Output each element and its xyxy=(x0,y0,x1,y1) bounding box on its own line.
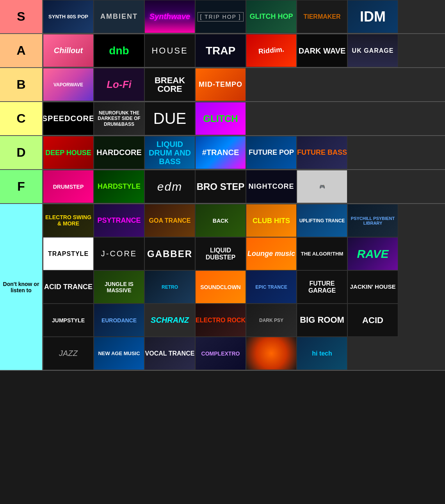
genre-riddim[interactable]: Riddim. xyxy=(246,34,297,67)
genre-dub[interactable]: DUE xyxy=(144,102,195,135)
genre-psychill[interactable]: PSYCHILL PSYBIENT LIBRARY xyxy=(347,204,398,237)
genre-label-future-garage: FUTURE GARAGE xyxy=(297,280,347,294)
genre-jumpstyle[interactable]: Jumpstyle xyxy=(43,304,94,337)
genre-trap[interactable]: TRAP xyxy=(195,34,246,67)
genre-label-liquid-dubstep: LIQUID DUBSTEP xyxy=(196,247,246,261)
genre-vaporwave[interactable]: VAPORWAVE xyxy=(43,68,94,101)
genre-future-garage[interactable]: FUTURE GARAGE xyxy=(297,270,347,304)
genre-gabber[interactable]: GABBER xyxy=(144,237,195,270)
genre-chillout[interactable]: Chillout xyxy=(43,34,94,67)
genre-neurofunk[interactable]: Neurofunk THE DARKEST SIDE OF DRUM&BASS xyxy=(94,102,144,135)
genre-rave[interactable]: RAVE xyxy=(347,237,398,270)
genre-label-algorithm: THE ALGOR!THM xyxy=(301,251,344,257)
genre-jazz[interactable]: JAZZ xyxy=(43,337,94,370)
genre-label-rave: RAVE xyxy=(357,247,388,261)
genre-nightcore[interactable]: NIGHTCORE xyxy=(246,170,297,203)
genre-complextro[interactable]: COMPLEXTRO xyxy=(195,337,246,370)
genre-synth-pop[interactable]: SYNTH 80s POP xyxy=(43,0,94,33)
genre-label-vaporwave: VAPORWAVE xyxy=(53,82,83,88)
genre-glitch-hop[interactable]: GLITCH HOP xyxy=(246,0,297,33)
genre-uk-garage[interactable]: UK GARAGE xyxy=(347,34,398,67)
genre-electro-rock[interactable]: ELECTRO ROCK xyxy=(195,304,246,337)
tier-row-b: BVAPORWAVELo-FiBREAK COREMID-TEMPO xyxy=(0,68,445,102)
genre-label-synth-pop: SYNTH 80s POP xyxy=(48,14,88,19)
genre-schranz[interactable]: SCHRANZ xyxy=(144,304,195,337)
genre-breakcore[interactable]: BREAK CORE xyxy=(144,68,195,101)
genre-electro-swing[interactable]: ELECTRO SWING & more xyxy=(43,204,94,237)
genre-idm[interactable]: IDM xyxy=(347,0,398,33)
genre-acid-trance[interactable]: ACID TRANCE xyxy=(43,270,94,304)
genre-label-lounge: Lounge music xyxy=(247,250,295,258)
genre-label-psychill: PSYCHILL PSYBIENT LIBRARY xyxy=(348,216,398,225)
genre-eurodance[interactable]: EURODANCE xyxy=(94,304,144,337)
genre-label-jungle-massive: JUNGLE IS MASSIVE xyxy=(94,281,144,293)
genre-future-pop[interactable]: FUTURE POP xyxy=(246,136,297,169)
genre-label-acid: ACID xyxy=(362,315,383,325)
genre-dnb[interactable]: dnb xyxy=(94,34,144,67)
genre-trapstyle[interactable]: TRAPSTYLE xyxy=(43,237,94,270)
genre-psytrance[interactable]: PSYTRANCE xyxy=(94,204,144,237)
genre-soundclown[interactable]: SOUNDCLOWN xyxy=(195,270,246,304)
genre-label-synthwave: Synthwave xyxy=(150,12,190,21)
genre-label-dub: DUE xyxy=(153,110,186,127)
tier-label-dk: Don't know or listen to xyxy=(0,204,43,370)
genre-darkpsy[interactable]: DARK PSY xyxy=(246,304,297,337)
tier-label-c: C xyxy=(0,102,43,135)
genre-label-acid-trance: ACID TRANCE xyxy=(44,283,93,291)
genre-trip-hop[interactable]: [ TRIP HOP ] xyxy=(195,0,246,33)
genre-label-retro-future: RETRO xyxy=(162,284,178,290)
tier-list: SSYNTH 80s POPAMBIENTSynthwave[ TRIP HOP… xyxy=(0,0,445,371)
genre-uplifting-trance[interactable]: UPLIFTING TRANCE xyxy=(297,204,347,237)
genre-lounge[interactable]: Lounge music xyxy=(246,237,297,270)
genre-new-age[interactable]: NEW AGE MUSIC xyxy=(94,337,144,370)
genre-future-bass[interactable]: FUTURE BASS xyxy=(297,136,347,169)
genre-drumstep[interactable]: DRUMSTEP xyxy=(43,170,94,203)
genre-label-tiermaker: TIERMAKER xyxy=(303,13,340,20)
genre-big-room[interactable]: BIG ROOM xyxy=(297,304,347,337)
genre-jungle-massive[interactable]: JUNGLE IS MASSIVE xyxy=(94,270,144,304)
genre-chiptune[interactable]: 🎮 xyxy=(297,170,347,203)
genre-label-trapstyle: TRAPSTYLE xyxy=(48,250,89,257)
genre-label-riddim: Riddim. xyxy=(258,45,285,56)
genre-orange-circle[interactable] xyxy=(246,337,297,370)
genre-label-big-room: BIG ROOM xyxy=(300,315,344,325)
genre-speedcore[interactable]: SPEEDCORE xyxy=(43,102,94,135)
tier-label-b: B xyxy=(0,68,43,101)
genre-club-hits[interactable]: CLUB HITS xyxy=(246,204,297,237)
genre-deep-house[interactable]: DEEP HOUSE xyxy=(43,136,94,169)
genre-house[interactable]: HOUSE xyxy=(144,34,195,67)
genre-retro-future[interactable]: RETRO xyxy=(144,270,195,304)
genre-liquid-dnb[interactable]: LIQUID drum and bass xyxy=(144,136,195,169)
genre-hardstyle[interactable]: HARDSTYLE xyxy=(94,170,144,203)
genre-jcore[interactable]: J-CORE xyxy=(94,237,144,270)
tier-row-s: SSYNTH 80s POPAMBIENTSynthwave[ TRIP HOP… xyxy=(0,0,445,34)
genre-ministry-back[interactable]: BACK xyxy=(195,204,246,237)
genre-goa-trance[interactable]: GOA TRANCE xyxy=(144,204,195,237)
genre-label-new-age: NEW AGE MUSIC xyxy=(98,350,140,356)
genre-acid[interactable]: ACID xyxy=(347,304,398,337)
genre-edm[interactable]: edm xyxy=(144,170,195,203)
genre-midtempo[interactable]: MID-TEMPO xyxy=(195,68,246,101)
genre-tiermaker[interactable]: TIERMAKER xyxy=(297,0,347,33)
genre-label-soundclown: SOUNDCLOWN xyxy=(200,284,240,290)
genre-trance[interactable]: #TRANCE xyxy=(195,136,246,169)
genre-label-electro-rock: ELECTRO ROCK xyxy=(196,317,246,324)
genre-hardcore[interactable]: HardcorE xyxy=(94,136,144,169)
genre-jackin-house[interactable]: JACKIN' HOUSE xyxy=(347,270,398,304)
genre-label-lofi: Lo-Fi xyxy=(107,79,132,91)
genre-brostep[interactable]: BRO STEP xyxy=(195,170,246,203)
genre-lofi[interactable]: Lo-Fi xyxy=(94,68,144,101)
genre-label-house: HOUSE xyxy=(151,46,188,56)
genre-algorithm[interactable]: THE ALGOR!THM xyxy=(297,237,347,270)
genre-darkwave[interactable]: DARK WAVE xyxy=(297,34,347,67)
genre-hitech[interactable]: hi tech xyxy=(297,337,347,370)
genre-epic-trance[interactable]: EPIC TRANCE xyxy=(246,270,297,304)
tier-row-d: DDEEP HOUSEHardcorELIQUID drum and bass#… xyxy=(0,136,445,170)
genre-liquid-dubstep[interactable]: LIQUID DUBSTEP xyxy=(195,237,246,270)
genre-vocal-trance[interactable]: VOCAL TRANCE xyxy=(144,337,195,370)
genre-label-electro-swing: ELECTRO SWING & more xyxy=(43,214,93,227)
genre-synthwave[interactable]: Synthwave xyxy=(144,0,195,33)
genre-glitch[interactable]: GLITCH xyxy=(195,102,246,135)
genre-ambient[interactable]: AMBIENT xyxy=(94,0,144,33)
genre-label-trance: #TRANCE xyxy=(202,148,239,157)
